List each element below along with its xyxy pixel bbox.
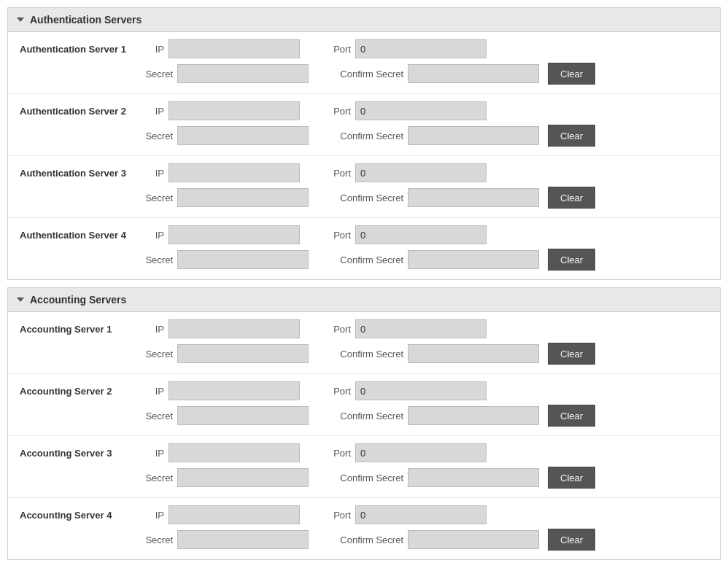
acct-server-4-clear-button[interactable]: Clear	[548, 529, 595, 551]
acct-server-2-clear-button[interactable]: Clear	[548, 405, 595, 427]
auth-server-2-ip-input[interactable]	[169, 101, 300, 120]
acct-server-3-secret-input[interactable]	[177, 468, 309, 487]
acct-server-4-title: Accounting Server 4	[20, 510, 136, 521]
acct-servers-header: Accounting Servers	[8, 288, 720, 312]
auth-server-4-secret-label: Secret	[136, 254, 173, 265]
acct-server-2-confirm-input[interactable]	[408, 406, 539, 425]
auth-server-3-ip-input[interactable]	[169, 163, 300, 182]
acct-server-1-port-label: Port	[314, 324, 351, 335]
auth-server-1-port-input[interactable]	[355, 39, 487, 58]
auth-chevron-icon	[17, 18, 24, 22]
acct-server-3-confirm-label: Confirm Secret	[323, 473, 403, 483]
acct-server-4-port-input[interactable]	[355, 505, 487, 524]
acct-server-2-title: Accounting Server 2	[20, 386, 136, 397]
acct-server-2-ip-label: IP	[136, 386, 164, 397]
acct-server-3-block: Accounting Server 3IPPortSecretConfirm S…	[8, 436, 720, 498]
auth-server-2-port-input[interactable]	[355, 101, 487, 120]
acct-server-2-ip-input[interactable]	[169, 381, 300, 400]
auth-server-4-confirm-input[interactable]	[408, 250, 539, 269]
auth-server-3-port-label: Port	[314, 168, 351, 179]
acct-server-4-ip-input[interactable]	[169, 505, 300, 524]
acct-server-3-title: Accounting Server 3	[20, 448, 136, 459]
auth-server-1-ip-input[interactable]	[169, 39, 300, 58]
acct-server-1-row1: Accounting Server 1IPPort	[20, 319, 708, 338]
acct-server-3-row2: SecretConfirm SecretClear	[20, 467, 708, 489]
auth-server-3-confirm-input[interactable]	[408, 188, 539, 207]
acct-server-1-ip-label: IP	[136, 324, 164, 335]
auth-server-4-row2: SecretConfirm SecretClear	[20, 249, 708, 271]
auth-server-2-block: Authentication Server 2IPPortSecretConfi…	[8, 94, 720, 156]
acct-server-4-secret-label: Secret	[136, 534, 173, 545]
auth-server-3-secret-input[interactable]	[177, 188, 309, 207]
acct-server-2-row2: SecretConfirm SecretClear	[20, 405, 708, 427]
auth-server-2-confirm-input[interactable]	[408, 126, 539, 145]
acct-server-4-confirm-input[interactable]	[408, 530, 539, 549]
acct-server-3-port-label: Port	[314, 448, 351, 459]
auth-server-1-confirm-input[interactable]	[408, 64, 539, 83]
auth-server-2-clear-button[interactable]: Clear	[548, 125, 595, 147]
acct-server-2-port-input[interactable]	[355, 381, 487, 400]
auth-server-3-secret-label: Secret	[136, 193, 173, 203]
acct-server-1-ip-input[interactable]	[169, 319, 300, 338]
acct-server-1-confirm-label: Confirm Secret	[323, 349, 403, 359]
auth-server-3-title: Authentication Server 3	[20, 168, 136, 179]
auth-servers-title: Authentication Servers	[30, 14, 142, 26]
acct-server-2-confirm-label: Confirm Secret	[323, 411, 403, 421]
auth-server-4-confirm-label: Confirm Secret	[323, 254, 403, 265]
acct-server-4-secret-input[interactable]	[177, 530, 309, 549]
acct-servers-container: Accounting Server 1IPPortSecretConfirm S…	[8, 312, 720, 559]
auth-server-3-clear-button[interactable]: Clear	[548, 187, 595, 209]
auth-server-4-port-label: Port	[314, 230, 351, 241]
auth-server-1-block: Authentication Server 1IPPortSecretConfi…	[8, 32, 720, 94]
auth-server-1-port-label: Port	[314, 44, 351, 55]
auth-server-3-ip-label: IP	[136, 168, 164, 179]
acct-servers-section: Accounting Servers Accounting Server 1IP…	[7, 287, 721, 560]
auth-server-4-title: Authentication Server 4	[20, 230, 136, 241]
acct-server-1-secret-label: Secret	[136, 349, 173, 359]
acct-server-2-port-label: Port	[314, 386, 351, 397]
auth-server-2-row2: SecretConfirm SecretClear	[20, 125, 708, 147]
acct-server-2-row1: Accounting Server 2IPPort	[20, 381, 708, 400]
auth-server-1-secret-input[interactable]	[177, 64, 309, 83]
auth-servers-container: Authentication Server 1IPPortSecretConfi…	[8, 32, 720, 279]
auth-server-3-port-input[interactable]	[355, 163, 487, 182]
acct-server-1-confirm-input[interactable]	[408, 344, 539, 363]
acct-server-1-title: Accounting Server 1	[20, 324, 136, 335]
auth-server-2-secret-label: Secret	[136, 131, 173, 141]
auth-server-1-secret-label: Secret	[136, 69, 173, 79]
acct-server-4-row2: SecretConfirm SecretClear	[20, 529, 708, 551]
auth-server-2-row1: Authentication Server 2IPPort	[20, 101, 708, 120]
auth-server-1-row1: Authentication Server 1IPPort	[20, 39, 708, 58]
acct-server-1-clear-button[interactable]: Clear	[548, 343, 595, 365]
acct-server-4-block: Accounting Server 4IPPortSecretConfirm S…	[8, 498, 720, 559]
auth-server-4-row1: Authentication Server 4IPPort	[20, 225, 708, 244]
auth-server-4-clear-button[interactable]: Clear	[548, 249, 595, 271]
auth-server-2-confirm-label: Confirm Secret	[323, 131, 403, 141]
acct-server-1-port-input[interactable]	[355, 319, 487, 338]
acct-server-4-ip-label: IP	[136, 510, 164, 521]
auth-server-4-port-input[interactable]	[355, 225, 487, 244]
auth-servers-section: Authentication Servers Authentication Se…	[7, 7, 721, 280]
auth-server-4-block: Authentication Server 4IPPortSecretConfi…	[8, 218, 720, 279]
auth-server-1-clear-button[interactable]: Clear	[548, 63, 595, 85]
acct-server-3-row1: Accounting Server 3IPPort	[20, 443, 708, 462]
acct-server-3-confirm-input[interactable]	[408, 468, 539, 487]
auth-server-1-row2: SecretConfirm SecretClear	[20, 63, 708, 85]
acct-server-3-port-input[interactable]	[355, 443, 487, 462]
acct-server-4-port-label: Port	[314, 510, 351, 521]
auth-server-3-confirm-label: Confirm Secret	[323, 193, 403, 203]
acct-server-2-secret-label: Secret	[136, 411, 173, 421]
acct-server-1-secret-input[interactable]	[177, 344, 309, 363]
acct-server-4-row1: Accounting Server 4IPPort	[20, 505, 708, 524]
auth-server-2-secret-input[interactable]	[177, 126, 309, 145]
acct-server-3-ip-input[interactable]	[169, 443, 300, 462]
auth-server-4-secret-input[interactable]	[177, 250, 309, 269]
auth-server-2-title: Authentication Server 2	[20, 106, 136, 117]
auth-server-2-ip-label: IP	[136, 106, 164, 117]
acct-servers-title: Accounting Servers	[30, 294, 126, 306]
acct-server-2-secret-input[interactable]	[177, 406, 309, 425]
acct-server-3-clear-button[interactable]: Clear	[548, 467, 595, 489]
acct-server-1-row2: SecretConfirm SecretClear	[20, 343, 708, 365]
auth-server-4-ip-label: IP	[136, 230, 164, 241]
auth-server-4-ip-input[interactable]	[169, 225, 300, 244]
